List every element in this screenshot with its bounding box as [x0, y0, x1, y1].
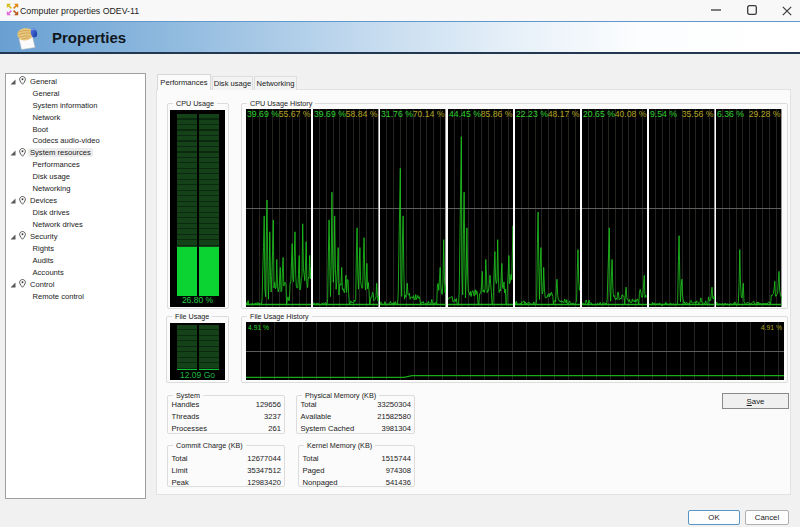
svg-text:4.91 %: 4.91 %: [761, 324, 782, 331]
svg-text:55.67 %: 55.67 %: [279, 109, 311, 119]
svg-text:29.28 %: 29.28 %: [749, 109, 781, 119]
svg-text:58.84 %: 58.84 %: [346, 109, 378, 119]
svg-text:39.69 %: 39.69 %: [314, 109, 346, 119]
svg-text:20.65 %: 20.65 %: [583, 109, 615, 119]
svg-text:6.36 %: 6.36 %: [717, 109, 744, 119]
svg-text:40.08 %: 40.08 %: [615, 109, 647, 119]
svg-text:70.14 %: 70.14 %: [413, 109, 445, 119]
svg-text:48.17 %: 48.17 %: [547, 109, 579, 119]
svg-text:35.56 %: 35.56 %: [682, 109, 714, 119]
svg-text:44.45 %: 44.45 %: [449, 109, 481, 119]
svg-text:22.23 %: 22.23 %: [516, 109, 548, 119]
svg-text:31.76 %: 31.76 %: [381, 109, 413, 119]
svg-text:9.54 %: 9.54 %: [650, 109, 677, 119]
svg-text:39.69 %: 39.69 %: [247, 109, 279, 119]
svg-text:85.86 %: 85.86 %: [480, 109, 512, 119]
svg-text:4.91 %: 4.91 %: [248, 324, 269, 331]
